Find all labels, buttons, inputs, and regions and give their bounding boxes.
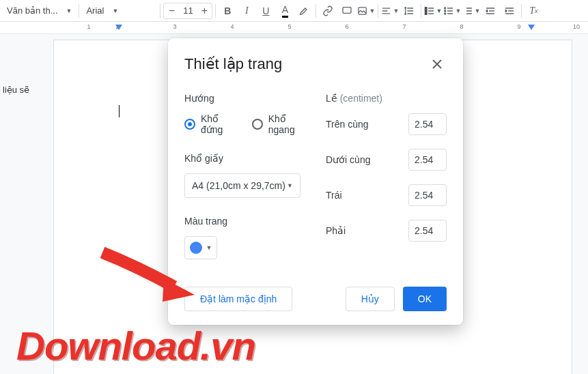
- orientation-landscape-radio[interactable]: Khổ ngang: [252, 113, 305, 135]
- cancel-button[interactable]: Hủy: [346, 287, 395, 311]
- radio-label: Khổ đứng: [201, 113, 234, 135]
- close-icon: [432, 59, 442, 69]
- margins-unit: (centimet): [340, 93, 382, 104]
- paper-size-value: A4 (21,0cm x 29,7cm): [192, 180, 285, 191]
- page-setup-dialog: Thiết lập trang Hướng Khổ đứng Khổ ngang: [168, 38, 463, 325]
- margin-bottom-input[interactable]: [408, 149, 447, 171]
- watermark: Download.vn: [16, 323, 255, 369]
- orientation-label: Hướng: [184, 93, 305, 104]
- set-default-label: Đặt làm mặc định: [200, 293, 277, 304]
- margin-left-label: Trái: [326, 190, 342, 201]
- radio-label: Khổ ngang: [268, 113, 305, 135]
- margin-right-label: Phải: [326, 225, 346, 236]
- ok-label: OK: [418, 293, 432, 304]
- margins-label-text: Lề: [326, 93, 337, 104]
- radio-icon: [184, 119, 195, 130]
- left-column: Hướng Khổ đứng Khổ ngang Khổ giấy A4 (21…: [184, 93, 305, 259]
- close-button[interactable]: [428, 55, 447, 74]
- right-column: Lề (centimet) Trên cùng Dưới cùng Trái P…: [326, 93, 447, 259]
- dropdown-caret-icon: ▼: [206, 244, 212, 251]
- margin-top-label: Trên cùng: [326, 119, 369, 130]
- dialog-backdrop: Thiết lập trang Hướng Khổ đứng Khổ ngang: [0, 0, 588, 374]
- paper-size-label: Khổ giấy: [184, 153, 305, 164]
- dropdown-caret-icon: ▼: [287, 182, 293, 189]
- set-default-button[interactable]: Đặt làm mặc định: [184, 287, 292, 311]
- page-color-label: Màu trang: [184, 216, 305, 227]
- dialog-title: Thiết lập trang: [184, 55, 282, 73]
- radio-icon: [252, 119, 263, 130]
- ok-button[interactable]: OK: [403, 287, 447, 311]
- margin-bottom-label: Dưới cùng: [326, 154, 370, 165]
- orientation-portrait-radio[interactable]: Khổ đứng: [184, 113, 234, 135]
- margin-right-input[interactable]: [408, 220, 447, 242]
- margin-left-input[interactable]: [408, 184, 447, 206]
- margins-label: Lề (centimet): [326, 93, 447, 104]
- color-swatch-icon: [190, 242, 202, 254]
- cancel-label: Hủy: [361, 293, 379, 304]
- margin-top-input[interactable]: [408, 113, 447, 135]
- page-color-select[interactable]: ▼: [184, 236, 217, 259]
- paper-size-select[interactable]: A4 (21,0cm x 29,7cm) ▼: [184, 173, 300, 198]
